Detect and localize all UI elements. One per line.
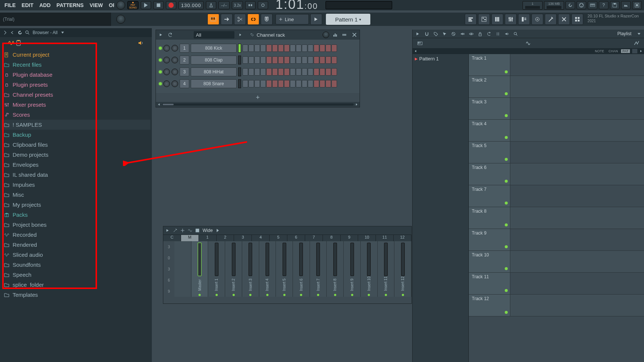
- mixer-header-cell[interactable]: 1: [199, 235, 217, 241]
- step-cell[interactable]: [320, 56, 325, 64]
- step-cell[interactable]: [314, 44, 319, 52]
- pl-undo-icon[interactable]: [485, 30, 493, 37]
- step-cell[interactable]: [308, 80, 313, 87]
- render-icon[interactable]: [621, 1, 631, 9]
- mixer-header-cell[interactable]: 6: [287, 235, 305, 241]
- mixer-channel[interactable]: Insert 7: [310, 241, 327, 297]
- track-enable-dot[interactable]: [505, 289, 508, 292]
- browser-item[interactable]: Demo projects: [1, 150, 150, 160]
- step-cell[interactable]: [296, 80, 301, 87]
- pl-no-icon[interactable]: [450, 30, 457, 37]
- playlist-track-header[interactable]: Track 11: [469, 273, 510, 294]
- browser-collapse-icon[interactable]: [2, 30, 8, 36]
- record-button[interactable]: [166, 1, 176, 9]
- playlist-track-header[interactable]: Track 10: [469, 251, 510, 272]
- step-cell[interactable]: [284, 80, 290, 87]
- mixer-fader[interactable]: [283, 243, 286, 276]
- step-cell[interactable]: [331, 80, 337, 87]
- mx-plus-icon[interactable]: [180, 228, 185, 233]
- channel-name[interactable]: 808 Kick: [191, 44, 237, 53]
- channel-name[interactable]: 808 HiHat: [191, 67, 237, 76]
- pl-magnet-icon[interactable]: [423, 30, 430, 37]
- browser-item[interactable]: Plugin presets: [1, 80, 150, 90]
- step-cell[interactable]: [290, 80, 296, 87]
- help-icon[interactable]: ?: [599, 1, 608, 9]
- step-cell[interactable]: [326, 68, 331, 76]
- step-cell[interactable]: [331, 68, 337, 76]
- close-all-icon[interactable]: [558, 14, 570, 25]
- pl-menu-icon[interactable]: [414, 30, 421, 37]
- pl-cursor-icon[interactable]: [441, 30, 448, 37]
- mixer-fader[interactable]: [401, 243, 405, 276]
- step-cell[interactable]: [266, 56, 272, 64]
- mixer-header-cell[interactable]: 5: [270, 235, 287, 241]
- mx-view-next-icon[interactable]: [216, 228, 220, 233]
- mixer-enable-dot[interactable]: [283, 294, 286, 296]
- pl-snap-icon[interactable]: [494, 30, 501, 37]
- step-cell[interactable]: [272, 68, 278, 76]
- mx-wave-icon[interactable]: [188, 228, 192, 233]
- track-enable-dot[interactable]: [505, 114, 508, 117]
- mixer-header-cell[interactable]: 8: [323, 235, 341, 241]
- browser-item[interactable]: Project bones: [1, 220, 150, 230]
- playlist-track-lane[interactable]: [510, 120, 644, 141]
- mixer-fader[interactable]: [333, 243, 337, 276]
- mixer-fader[interactable]: [248, 243, 252, 276]
- tempo-display[interactable]: 130.000: [178, 1, 204, 9]
- cr-steps-icon[interactable]: [341, 31, 348, 38]
- browser-item[interactable]: ! SAMPLES: [1, 120, 150, 130]
- mixer-enable-dot[interactable]: [198, 294, 201, 296]
- pl-dropdown-icon[interactable]: [635, 30, 643, 37]
- browser-item[interactable]: Clipboard files: [1, 140, 150, 150]
- playlist-track-header[interactable]: Track 1: [469, 54, 510, 76]
- mixer-channel[interactable]: Insert 12: [394, 241, 411, 297]
- browser-item[interactable]: Recent files: [1, 60, 150, 70]
- browser-item[interactable]: Recorded: [1, 230, 150, 240]
- mx-view-icon[interactable]: [195, 228, 200, 233]
- browser-back-icon[interactable]: [10, 30, 16, 36]
- step-cell[interactable]: [278, 68, 284, 76]
- step-cell[interactable]: [320, 44, 325, 52]
- track-enable-dot[interactable]: [505, 92, 508, 95]
- step-cell[interactable]: [302, 44, 307, 52]
- browser-item[interactable]: Scores: [1, 110, 150, 120]
- channel-number[interactable]: 4: [180, 79, 189, 88]
- browser-item[interactable]: Sliced audio: [1, 250, 150, 260]
- play-button[interactable]: [141, 1, 151, 9]
- snap-keyboard-icon[interactable]: [207, 14, 219, 25]
- snap-magnet-icon[interactable]: [261, 14, 273, 25]
- mx-view-label[interactable]: Wide: [203, 228, 213, 233]
- browser-search-icon[interactable]: [24, 30, 30, 36]
- browser-clip-icon[interactable]: [15, 39, 22, 47]
- browser-item[interactable]: Soundfonts: [1, 260, 150, 270]
- menu-file[interactable]: FILE: [1, 2, 19, 8]
- step-cell[interactable]: [331, 56, 337, 64]
- mixer-header-cell[interactable]: C: [163, 235, 181, 241]
- step-cell[interactable]: [302, 68, 307, 76]
- pl-tab-note[interactable]: NOTE: [593, 49, 605, 53]
- step-cell[interactable]: [308, 68, 313, 76]
- browser-item[interactable]: My projects: [1, 200, 150, 210]
- mixer-enable-dot[interactable]: [249, 294, 251, 296]
- step-cell[interactable]: [290, 68, 296, 76]
- track-enable-dot[interactable]: [505, 202, 508, 205]
- browser-item[interactable]: Speech: [1, 270, 150, 280]
- step-cell[interactable]: [290, 56, 296, 64]
- mixer-enable-dot[interactable]: [317, 294, 319, 296]
- step-cell[interactable]: [278, 80, 284, 87]
- channel-mute[interactable]: [159, 59, 162, 62]
- step-cell[interactable]: [326, 80, 331, 87]
- snap-scissors-icon[interactable]: [234, 14, 246, 25]
- channel-vol-knob[interactable]: [171, 69, 178, 75]
- mixer-header-cell[interactable]: 9: [341, 235, 358, 241]
- pl-pattern-item[interactable]: ▶Pattern 1: [413, 54, 468, 63]
- mixer-fader[interactable]: [266, 243, 269, 276]
- track-enable-dot[interactable]: [505, 223, 508, 226]
- step-cell[interactable]: [254, 80, 260, 87]
- step-cell[interactable]: [248, 44, 254, 52]
- mixer-fader[interactable]: [384, 243, 388, 276]
- step-cell[interactable]: [331, 44, 337, 52]
- channel-name[interactable]: 808 Clap: [191, 56, 237, 64]
- cr-close-icon[interactable]: [351, 31, 358, 38]
- step-cell[interactable]: [320, 68, 325, 76]
